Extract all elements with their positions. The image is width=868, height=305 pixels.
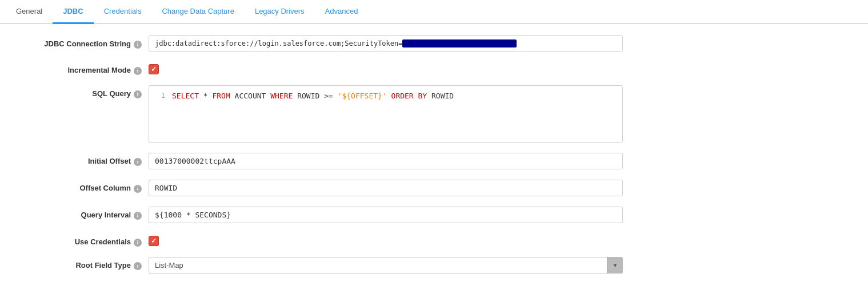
line-number-1: 1 [154,90,165,101]
tab-change-data-capture[interactable]: Change Data Capture [151,0,244,24]
jdbc-connection-string-row: JDBC Connection String i jdbc:datadirect… [23,35,845,52]
query-interval-input[interactable] [149,207,623,223]
offset-column-label: Offset Column i [23,180,149,193]
root-field-type-row: Root Field Type i List-Map List Map [23,257,845,274]
offset-column-input[interactable] [149,180,623,196]
incremental-mode-info-icon[interactable]: i [134,67,142,75]
use-credentials-checkbox-wrap [149,233,623,246]
sql-query-label: SQL Query i [23,85,149,98]
query-interval-label: Query Interval i [23,207,149,220]
tab-general[interactable]: General [6,0,53,24]
tab-legacy-drivers[interactable]: Legacy Drivers [245,0,315,24]
initial-offset-input[interactable] [149,153,623,169]
incremental-mode-control [149,62,623,74]
offset-column-info-icon[interactable]: i [134,185,142,193]
offset-column-control [149,180,623,196]
use-credentials-control [149,233,623,246]
sql-query-row: SQL Query i 1 SELECT * FROM ACCOUNT WHER… [23,85,845,142]
initial-offset-row: Initial Offset i [23,153,845,169]
query-interval-info-icon[interactable]: i [134,212,142,220]
use-credentials-row: Use Credentials i [23,233,845,247]
jdbc-connection-string-control: jdbc:datadirect:sforce://login.salesforc… [149,35,623,52]
tab-jdbc[interactable]: JDBC [53,0,93,24]
use-credentials-label: Use Credentials i [23,233,149,247]
conn-string-prefix: jdbc:datadirect:sforce://login.salesforc… [155,39,402,47]
tab-bar: General JDBC Credentials Change Data Cap… [0,0,868,24]
root-field-type-control: List-Map List Map [149,257,623,274]
root-field-type-select[interactable]: List-Map List Map [149,257,623,274]
tab-credentials[interactable]: Credentials [94,0,152,24]
sql-query-control: 1 SELECT * FROM ACCOUNT WHERE ROWID >= '… [149,85,623,142]
sql-query-info-icon[interactable]: i [134,90,142,98]
incremental-mode-checkbox[interactable] [149,64,159,74]
query-interval-row: Query Interval i [23,207,845,223]
sql-line-1-content: SELECT * FROM ACCOUNT WHERE ROWID >= '${… [172,90,454,102]
initial-offset-control [149,153,623,169]
use-credentials-checkbox[interactable] [149,236,159,246]
jdbc-connection-string-label: JDBC Connection String i [23,35,149,49]
jdbc-form: JDBC Connection String i jdbc:datadirect… [0,24,868,295]
incremental-mode-checkbox-wrap [149,62,623,74]
query-interval-control [149,207,623,223]
initial-offset-info-icon[interactable]: i [134,158,142,166]
sql-line-1: 1 SELECT * FROM ACCOUNT WHERE ROWID >= '… [149,90,622,102]
incremental-mode-row: Incremental Mode i [23,62,845,75]
incremental-mode-label: Incremental Mode i [23,62,149,75]
tab-advanced[interactable]: Advanced [315,0,369,24]
jdbc-connection-string-info-icon[interactable]: i [134,41,142,49]
root-field-type-label: Root Field Type i [23,257,149,270]
jdbc-connection-string-input[interactable]: jdbc:datadirect:sforce://login.salesforc… [149,35,623,52]
initial-offset-label: Initial Offset i [23,153,149,166]
use-credentials-info-icon[interactable]: i [134,239,142,247]
sql-query-editor[interactable]: 1 SELECT * FROM ACCOUNT WHERE ROWID >= '… [149,85,623,142]
conn-string-masked [402,39,517,47]
offset-column-row: Offset Column i [23,180,845,196]
root-field-type-select-wrap: List-Map List Map [149,257,623,274]
root-field-type-info-icon[interactable]: i [134,262,142,270]
